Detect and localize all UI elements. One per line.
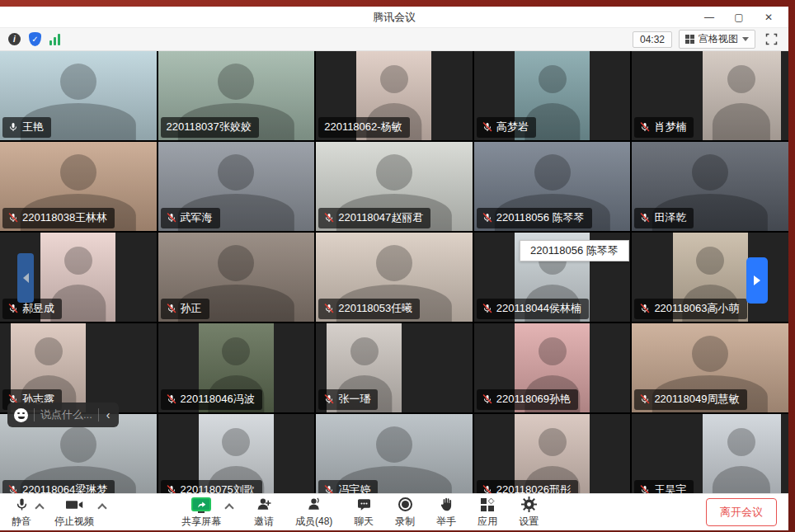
network-signal-icon[interactable] [49,34,60,45]
participant-name-tag: 220118053任曦 [318,299,420,319]
participant-name-tag: 王昊宇 [634,480,694,493]
mic-muted-icon [8,304,18,313]
mic-muted-icon [167,394,176,404]
participant-name-tag: 220118069孙艳 [477,389,578,410]
collapse-chat-icon[interactable]: ‹ [105,408,112,421]
video-tile[interactable]: 张一璠 [316,323,473,412]
chat-bubble-icon [356,497,372,513]
participant-name-tag: 220118064梁琳梦 [2,480,115,493]
security-shield-icon[interactable]: ✓ [29,32,41,46]
participant-name: 220118064梁琳梦 [22,483,107,493]
participant-name: 王昊宇 [654,483,686,493]
record-button[interactable]: 录制 [395,497,415,529]
participant-name: 郝昱成 [22,301,54,316]
share-options-chevron[interactable] [226,503,233,510]
mute-options-chevron[interactable] [36,503,43,510]
video-tile[interactable]: 220118046冯波 [158,323,315,412]
participant-name: 220118044侯林楠 [496,301,581,316]
video-tile[interactable]: 高梦岩 [474,51,631,140]
video-tile[interactable]: 王昊宇 [632,414,788,493]
invite-person-icon [256,497,272,513]
participant-name-tag: 田泽乾 [634,208,694,228]
participant-name-tag: 220118037张姣姣 [161,117,259,138]
top-toolbar: i ✓ 04:32 宫格视图 [0,27,788,51]
close-button[interactable]: ✕ [757,9,780,26]
title-bar: 腾讯会议 — ▢ ✕ [0,7,788,27]
mic-muted-icon [324,304,334,313]
participant-name-tag: 220118047赵丽君 [318,208,430,228]
grid-view-icon [685,35,694,44]
mic-muted-icon [482,213,492,223]
maximize-button[interactable]: ▢ [727,9,750,26]
participant-name-tag: 220118056 陈琴琴 [477,208,592,228]
settings-button[interactable]: 设置 [519,497,539,529]
leave-meeting-button[interactable]: 离开会议 [706,498,777,526]
arrow-left-icon [23,273,29,283]
mic-muted-icon [324,485,334,493]
video-tile[interactable]: 冯宇婷 [316,414,473,493]
member-person-icon [306,497,322,513]
participant-name-tag: 220118062-杨敏 [318,117,409,138]
chevron-down-icon [742,37,749,41]
participant-name-tag: 220118044侯林楠 [477,299,589,319]
participant-name-tag: 肖梦楠 [634,117,694,138]
video-tile[interactable]: 220118026邢彤 [474,414,631,493]
video-tile[interactable]: 220118075刘歌 [158,414,315,493]
participant-name: 220118069孙艳 [496,392,571,407]
chat-button[interactable]: 聊天 [354,497,374,529]
video-tile[interactable]: 220118038王林林 [0,142,157,231]
mute-button[interactable]: 静音 [12,497,31,529]
participant-name-tag: 220118038王林林 [2,208,115,228]
video-options-chevron[interactable] [99,503,106,510]
participant-name-tag: 王艳 [2,117,51,138]
video-tile[interactable]: 220118053任曦 [316,233,473,322]
video-tile[interactable]: 220118049周慧敏 [632,323,788,412]
video-tile[interactable]: 王艳 [0,51,157,140]
participant-name: 武军海 [181,210,213,225]
participant-name: 孙正 [181,301,202,316]
next-page-arrow[interactable] [746,257,768,304]
video-tile[interactable]: 220118056 陈琴琴 [474,142,631,231]
participant-name-tag: 220118049周慧敏 [634,389,746,410]
members-button[interactable]: 成员(48) [295,497,332,529]
video-tile[interactable]: 孙志露 [0,323,157,412]
previous-page-arrow[interactable] [17,253,34,303]
share-screen-button[interactable]: 共享屏幕 [181,497,221,529]
view-mode-dropdown[interactable]: 宫格视图 [679,30,755,49]
raise-hand-button[interactable]: 举手 [436,497,456,529]
participant-name: 王艳 [22,120,44,134]
video-tile[interactable]: 田泽乾 [632,142,788,231]
mic-muted-icon [482,485,492,493]
minimize-button[interactable]: — [698,9,721,26]
video-tile[interactable]: 武军海 [158,142,315,231]
meeting-info-icon[interactable]: i [8,33,21,45]
quick-chat-bar[interactable]: 说点什么... ‹ [7,403,119,427]
invite-button[interactable]: 邀请 [254,497,274,529]
emoji-icon[interactable] [14,408,28,422]
raise-hand-icon [440,497,454,513]
video-tile[interactable]: 孙正 [158,233,315,322]
apps-button[interactable]: 应用 [477,497,497,529]
participant-name: 220118062-杨敏 [324,120,402,134]
participant-name: 220118049周慧敏 [654,392,739,407]
participant-name: 220118056 陈琴琴 [496,210,585,225]
record-icon [398,497,412,511]
video-tile[interactable]: 肖梦楠 [632,51,788,140]
mic-muted-icon [640,122,650,132]
chat-input-placeholder[interactable]: 说点什么... [40,407,92,422]
stop-video-button[interactable]: 停止视频 [54,497,94,529]
participant-name-tag: 220118063高小萌 [634,299,746,319]
mic-muted-icon [324,213,334,223]
camera-icon [66,497,83,513]
video-tile[interactable]: 220118037张姣姣 [158,51,315,140]
video-tile[interactable]: 220118062-杨敏 [316,51,473,140]
mic-muted-icon [482,122,492,132]
participant-name: 田泽乾 [654,210,686,225]
divider [98,408,99,421]
mic-muted-icon [640,485,650,493]
video-tile[interactable]: 220118047赵丽君 [316,142,473,231]
mic-muted-icon [167,213,176,223]
participant-name-tag: 220118046冯波 [161,389,262,410]
video-tile[interactable]: 220118069孙艳 [474,323,631,412]
fullscreen-icon[interactable] [762,31,780,48]
